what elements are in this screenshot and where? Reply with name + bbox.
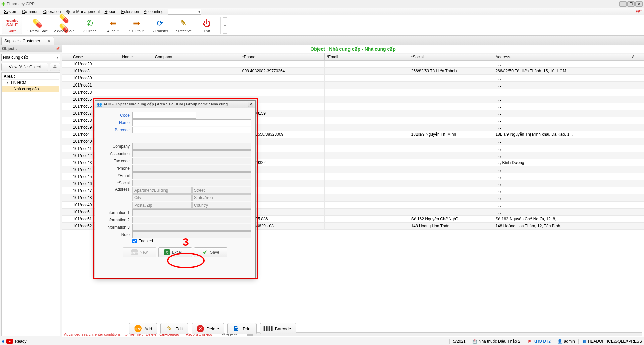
note-input[interactable] bbox=[132, 231, 251, 238]
print-button[interactable]: 🖶 Print bbox=[227, 323, 257, 334]
menu-combo[interactable] bbox=[168, 9, 201, 15]
menu-accounting[interactable]: Accounting bbox=[142, 9, 165, 15]
ribbon-exit[interactable]: ⏻ Exit bbox=[197, 17, 217, 34]
restore-button[interactable]: ❐ bbox=[627, 1, 635, 7]
menu-extension[interactable]: Extension bbox=[119, 9, 141, 15]
transfer-icon: ⟳ bbox=[155, 18, 165, 29]
col-header[interactable]: Name bbox=[120, 53, 153, 61]
user-icon: 👤 bbox=[558, 339, 562, 344]
col-header[interactable]: Address bbox=[493, 53, 630, 61]
info1-input[interactable] bbox=[132, 209, 251, 216]
tree-leaf-nhacungcap[interactable]: Nhà cung cấp bbox=[2, 86, 59, 92]
youtube-icon[interactable]: ▶ bbox=[6, 339, 13, 344]
tree-root: Area : bbox=[2, 73, 59, 80]
table-row[interactable]: 101/ncc3098.4082082-39770364266/82/50 Tô… bbox=[62, 68, 644, 75]
phone-input[interactable] bbox=[132, 165, 251, 172]
email-input[interactable] bbox=[132, 172, 251, 179]
table-row[interactable]: 101/ncc29, , , bbox=[62, 61, 644, 68]
ribbon-sale[interactable]: NegativeSALE Sale* bbox=[2, 17, 22, 34]
edit-button[interactable]: ✎ Edit bbox=[160, 323, 188, 334]
enabled-checkbox[interactable]: Enabled bbox=[132, 239, 153, 243]
dialog-new-button[interactable]: new New bbox=[123, 247, 156, 257]
status-user: admin bbox=[564, 339, 575, 344]
delete-button[interactable]: ✕ Delete bbox=[192, 323, 224, 334]
company-input[interactable] bbox=[132, 143, 251, 150]
ribbon: NegativeSALE Sale* 💊 1 Retail Sale 💊💊 2 … bbox=[0, 15, 644, 36]
address-street-input[interactable]: Street bbox=[192, 187, 251, 194]
address-city-input[interactable]: City bbox=[132, 194, 192, 201]
menu-common[interactable]: Common bbox=[20, 9, 41, 15]
flag-icon: ⚑ bbox=[527, 339, 532, 344]
ribbon-output[interactable]: ➡ 5 Output bbox=[126, 17, 147, 34]
col-header[interactable]: *Phone bbox=[240, 53, 324, 61]
tabstrip: Supplier - Customer ... ✕ bbox=[0, 36, 644, 45]
status-server: HEADOFFICE\SQLEXPRESS bbox=[588, 339, 642, 344]
horizontal-scrollbar[interactable] bbox=[247, 332, 642, 336]
address-postal-input[interactable]: Postal/Zip bbox=[132, 202, 192, 209]
dialog-close-button[interactable]: ✕ bbox=[248, 102, 253, 107]
ie-icon[interactable]: e bbox=[2, 339, 4, 344]
ribbon-overflow-button[interactable]: ▾ bbox=[223, 17, 227, 34]
output-icon: ➡ bbox=[131, 18, 142, 29]
object-type-dropdown[interactable]: Nhà cung cấp bbox=[1, 54, 60, 61]
menubar: System Common Operation Store Management… bbox=[0, 8, 644, 15]
barcode-input[interactable] bbox=[132, 127, 251, 133]
status-store: KHO DT2 bbox=[533, 339, 551, 344]
col-header[interactable]: Code bbox=[71, 53, 120, 61]
view-all-button[interactable]: View (All) : Object bbox=[1, 63, 48, 71]
input-icon: ⬅ bbox=[108, 18, 118, 29]
info3-input[interactable] bbox=[132, 224, 251, 231]
server-icon: 🖥 bbox=[582, 339, 587, 344]
status-period: 5/2021 bbox=[453, 339, 466, 344]
name-input[interactable] bbox=[132, 119, 251, 126]
code-input[interactable] bbox=[132, 112, 196, 119]
add-icon: new bbox=[134, 325, 142, 332]
table-row[interactable]: 101/ncc33 bbox=[62, 89, 644, 96]
col-header[interactable]: Company bbox=[153, 53, 240, 61]
address-state-input[interactable]: State/Area bbox=[192, 194, 251, 201]
ribbon-retail-sale[interactable]: 💊 1 Retail Sale bbox=[25, 17, 49, 34]
dialog-save-button[interactable]: ✔ Save bbox=[194, 247, 227, 257]
menu-report[interactable]: Report bbox=[103, 9, 119, 15]
col-header[interactable]: *Email bbox=[324, 53, 409, 61]
menu-system[interactable]: System bbox=[2, 9, 19, 15]
col-header[interactable] bbox=[62, 53, 71, 61]
left-panel: Object : 📌 Nhà cung cấp View (All) : Obj… bbox=[0, 45, 62, 337]
ribbon-transfer[interactable]: ⟳ 6 Transfer bbox=[150, 17, 170, 34]
accounting-input[interactable] bbox=[132, 150, 251, 157]
add-button[interactable]: new Add bbox=[129, 323, 157, 334]
minimize-button[interactable]: — bbox=[619, 1, 627, 7]
tab-supplier[interactable]: Supplier - Customer ... ✕ bbox=[1, 37, 54, 45]
barcode-button[interactable]: ▌▌▌▌ Barcode bbox=[260, 323, 296, 334]
ribbon-order[interactable]: ✆ 3 Order bbox=[79, 17, 100, 34]
check-icon: ✔ bbox=[202, 249, 208, 255]
ribbon-wholesale[interactable]: 💊💊 2 WholeSale bbox=[52, 17, 76, 34]
pin-icon[interactable]: 📌 bbox=[56, 47, 60, 50]
col-header[interactable]: *Social bbox=[409, 53, 493, 61]
ribbon-receive[interactable]: ✎ 7 Receive bbox=[173, 17, 194, 34]
col-header[interactable]: A bbox=[630, 53, 644, 61]
brand-label: FPT bbox=[636, 10, 642, 13]
ribbon-input[interactable]: ⬅ 4 Input bbox=[103, 17, 123, 34]
close-button[interactable]: ✕ bbox=[635, 1, 643, 7]
excel-icon: X bbox=[164, 249, 170, 255]
taxcode-input[interactable] bbox=[132, 158, 251, 164]
show-button[interactable]: 🖶 bbox=[50, 63, 60, 71]
printer-icon: 🖶 bbox=[53, 65, 57, 69]
phone-icon: ✆ bbox=[84, 18, 95, 29]
tab-close-button[interactable]: ✕ bbox=[47, 39, 51, 43]
table-row[interactable]: 101/ncc31, , , bbox=[62, 82, 644, 89]
dialog-titlebar: 👥 ADD - Object : Nhà cung cấp | Area : T… bbox=[95, 101, 255, 108]
print-icon: 🖶 bbox=[232, 325, 240, 332]
pill-icon: 💊 bbox=[32, 18, 43, 29]
social-input[interactable] bbox=[132, 180, 251, 186]
address-apt-input[interactable]: Apartment/Building bbox=[132, 187, 192, 194]
tree-node-tphcm[interactable]: TP. HCM bbox=[2, 80, 59, 86]
dialog-excel-button[interactable]: X Excel ... bbox=[158, 247, 192, 257]
action-bar: new Add ✎ Edit ✕ Delete 🖶 Print ▌▌▌▌ Bar… bbox=[129, 323, 296, 334]
add-dialog: 👥 ADD - Object : Nhà cung cấp | Area : T… bbox=[95, 100, 256, 278]
info2-input[interactable] bbox=[132, 217, 251, 223]
table-row[interactable]: 101/ncc30, , , bbox=[62, 75, 644, 82]
titlebar: ✚ Pharmacy GPP — ❐ ✕ bbox=[0, 0, 644, 8]
address-country-input[interactable]: Country bbox=[192, 202, 251, 209]
